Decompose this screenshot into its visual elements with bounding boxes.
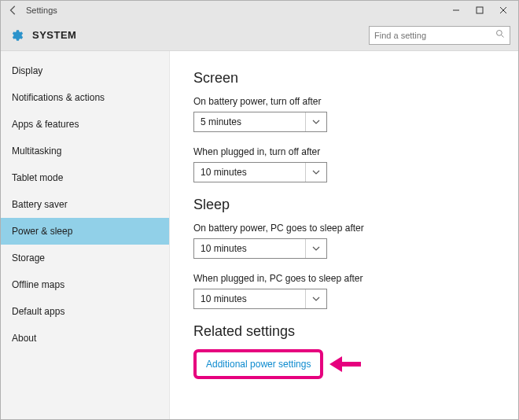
search-box[interactable]: [369, 26, 510, 45]
chevron-down-icon: [305, 289, 320, 308]
screen-plugged-value: 10 minutes: [201, 167, 299, 178]
sleep-battery-select[interactable]: 10 minutes: [193, 238, 327, 259]
search-icon: [495, 29, 505, 41]
close-button[interactable]: [491, 1, 515, 20]
additional-power-settings-link[interactable]: Additional power settings: [206, 359, 311, 370]
back-button[interactable]: [4, 1, 23, 20]
sidebar-item-battery-saver[interactable]: Battery saver: [1, 191, 169, 218]
titlebar: Settings: [1, 1, 518, 20]
maximize-button[interactable]: [468, 1, 491, 20]
sleep-battery-value: 10 minutes: [201, 243, 299, 254]
svg-point-4: [497, 31, 502, 36]
main-panel: Screen On battery power, turn off after …: [170, 51, 518, 419]
screen-battery-label: On battery power, turn off after: [193, 96, 518, 107]
chevron-down-icon: [305, 239, 320, 258]
gear-icon: [9, 28, 24, 43]
window-title: Settings: [23, 6, 57, 15]
sidebar-item-apps[interactable]: Apps & features: [1, 111, 169, 138]
sidebar-item-offline-maps[interactable]: Offline maps: [1, 271, 169, 298]
screen-plugged-label: When plugged in, turn off after: [193, 146, 518, 157]
screen-section-title: Screen: [193, 70, 518, 87]
sidebar-item-tablet-mode[interactable]: Tablet mode: [1, 164, 169, 191]
sidebar: Display Notifications & actions Apps & f…: [1, 51, 170, 419]
svg-line-5: [502, 35, 504, 38]
sleep-plugged-select[interactable]: 10 minutes: [193, 289, 327, 309]
minimize-button[interactable]: [444, 1, 468, 20]
sleep-plugged-label: When plugged in, PC goes to sleep after: [193, 273, 518, 284]
related-section-title: Related settings: [193, 323, 518, 340]
sidebar-item-about[interactable]: About: [1, 325, 169, 352]
sidebar-item-notifications[interactable]: Notifications & actions: [1, 84, 169, 111]
screen-battery-value: 5 minutes: [201, 116, 299, 127]
header: SYSTEM: [1, 20, 518, 51]
arrow-left-icon: [329, 356, 361, 372]
sleep-plugged-value: 10 minutes: [201, 293, 299, 304]
sleep-section-title: Sleep: [193, 197, 518, 213]
search-input[interactable]: [374, 31, 495, 40]
header-label: SYSTEM: [24, 29, 76, 41]
screen-battery-select[interactable]: 5 minutes: [193, 112, 327, 132]
sleep-battery-label: On battery power, PC goes to sleep after: [193, 223, 518, 234]
sidebar-item-multitasking[interactable]: Multitasking: [1, 138, 169, 164]
sidebar-item-power-sleep[interactable]: Power & sleep: [1, 218, 169, 245]
annotation-box: Additional power settings: [193, 349, 323, 379]
sidebar-item-display[interactable]: Display: [1, 57, 169, 84]
svg-rect-1: [477, 7, 483, 13]
sidebar-item-storage[interactable]: Storage: [1, 245, 169, 271]
chevron-down-icon: [305, 163, 320, 182]
chevron-down-icon: [305, 112, 320, 131]
screen-plugged-select[interactable]: 10 minutes: [193, 162, 327, 182]
sidebar-item-default-apps[interactable]: Default apps: [1, 298, 169, 325]
